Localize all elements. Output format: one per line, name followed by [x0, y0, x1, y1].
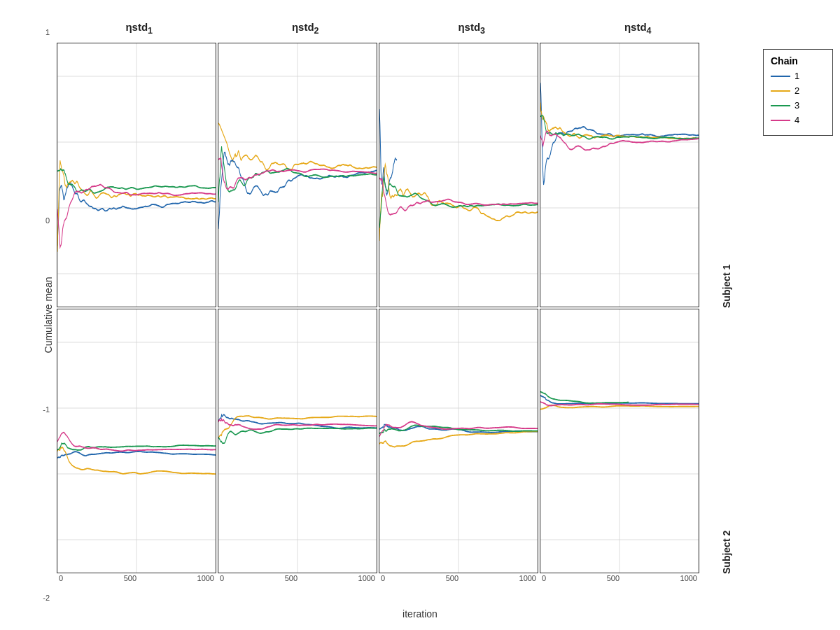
legend-line-4 — [771, 120, 790, 121]
x-ticks-row: 05001000 05001000 05001000 05001000 — [56, 574, 756, 588]
chart-container: Cumulative mean iteration ηstd1 ηstd2 ηs… — [0, 0, 840, 630]
legend-line-1 — [771, 76, 790, 77]
plot-svg-r2c1 — [57, 309, 216, 573]
legend-item-1: 1 — [771, 71, 825, 81]
x-ticks-4: 05001000 — [539, 574, 700, 588]
grid-area: Subject 1 Subject 2 — [56, 42, 833, 588]
x-ticks-2: 05001000 — [217, 574, 378, 588]
row-2: Subject 2 — [56, 308, 756, 574]
legend-title: Chain — [771, 55, 825, 66]
legend-box: Chain 1 2 3 4 — [756, 42, 833, 588]
legend: Chain 1 2 3 4 — [763, 49, 833, 136]
plot-svg-r1c2 — [218, 43, 377, 307]
plot-r1c1 — [57, 43, 216, 307]
plot-svg-r2c4 — [540, 309, 699, 573]
x-ticks-1: 05001000 — [56, 574, 217, 588]
plots-area: Subject 1 Subject 2 — [56, 42, 756, 588]
row-label-1: Subject 1 — [700, 42, 756, 308]
col-header-4: ηstd4 — [555, 14, 722, 42]
row-1: Subject 1 — [56, 42, 756, 308]
col-header-1: ηstd1 — [56, 14, 223, 42]
plot-svg-r2c3 — [379, 309, 538, 573]
plot-r2c4 — [540, 309, 699, 573]
plot-svg-r1c1 — [57, 43, 216, 307]
plot-svg-r1c4 — [540, 43, 699, 307]
col-header-3: ηstd3 — [388, 14, 555, 42]
plot-r2c1 — [57, 309, 216, 573]
plot-svg-r2c2 — [218, 309, 377, 573]
plot-svg-r1c3 — [379, 43, 538, 307]
x-axis-label: iteration — [402, 608, 438, 620]
y-axis-label: Cumulative mean — [43, 277, 54, 354]
legend-line-3 — [771, 105, 790, 106]
plot-r2c2 — [218, 309, 377, 573]
plot-r1c2 — [218, 43, 377, 307]
row-label-2: Subject 2 — [700, 308, 756, 574]
legend-item-4: 4 — [771, 115, 825, 125]
col-header-2: ηstd2 — [223, 14, 389, 42]
plot-r1c4 — [540, 43, 699, 307]
x-ticks-3: 05001000 — [378, 574, 539, 588]
legend-item-2: 2 — [771, 85, 825, 96]
legend-line-2 — [771, 90, 790, 92]
plot-r1c3 — [379, 43, 538, 307]
legend-item-3: 3 — [771, 100, 825, 111]
plot-r2c3 — [379, 309, 538, 573]
col-headers: ηstd1 ηstd2 ηstd3 ηstd4 — [56, 14, 833, 42]
